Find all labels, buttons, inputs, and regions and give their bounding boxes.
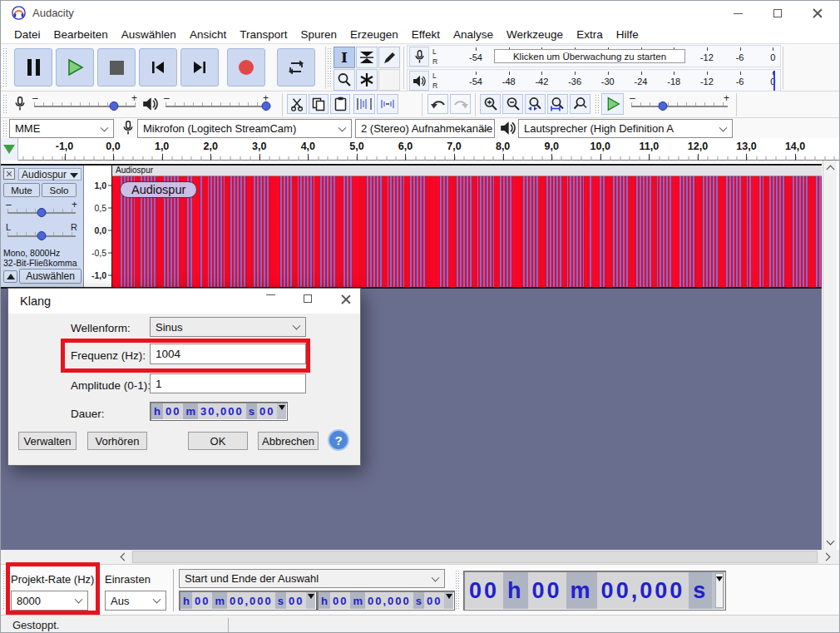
trim-audio-button[interactable]	[353, 94, 375, 114]
playback-volume-slider[interactable]: –+	[164, 94, 269, 114]
playback-device-dropdown[interactable]: Lautsprecher (High Definition A	[518, 119, 733, 138]
scroll-up-icon[interactable]	[827, 166, 835, 174]
horizontal-scroll-thumb[interactable]	[132, 551, 818, 563]
menu-item-bearbeiten[interactable]: Bearbeiten	[47, 28, 115, 41]
time-format-arrow-icon[interactable]	[446, 594, 452, 599]
help-button[interactable]: ?	[328, 429, 349, 451]
time-format-arrow-icon[interactable]	[716, 576, 723, 581]
dialog-minimize-button[interactable]	[254, 289, 286, 314]
waveform-dropdown[interactable]: Sinus	[150, 317, 306, 337]
time-digits[interactable]: 00	[528, 572, 566, 609]
selection-end-time[interactable]: h00m00,000s00	[317, 591, 455, 611]
track-pan-thumb[interactable]	[37, 231, 47, 240]
envelope-tool-button[interactable]	[356, 47, 378, 68]
play-speed-thumb[interactable]	[658, 101, 667, 111]
waveform[interactable]: Audiospur	[112, 176, 822, 287]
dialog-title-bar[interactable]: Klang	[8, 289, 360, 314]
timeline-ruler[interactable]: -1,00,01,02,03,04,05,06,07,08,09,010,011…	[1, 138, 839, 161]
scroll-right-button[interactable]	[819, 550, 833, 564]
track-name-menu[interactable]: Audiospur	[18, 168, 82, 181]
redo-button[interactable]	[450, 94, 471, 114]
time-digits[interactable]: 00	[286, 592, 306, 609]
time-digits[interactable]: 00	[424, 592, 444, 609]
multi-tool-button[interactable]	[356, 69, 378, 91]
vertical-ruler[interactable]: 1,00,50,0-0,5-1,0	[84, 166, 112, 287]
track-select-button[interactable]: Auswählen	[19, 269, 82, 284]
copy-button[interactable]	[309, 94, 329, 114]
undo-button[interactable]	[427, 94, 448, 114]
play-speed-slider[interactable]: –+	[630, 94, 729, 114]
tools-toolbar-grip[interactable]	[327, 47, 332, 87]
time-unit[interactable]: s	[689, 572, 712, 609]
menu-item-auswählen[interactable]: Auswählen	[115, 28, 183, 41]
audio-position-time[interactable]: 00h00m00,000s	[463, 571, 726, 611]
recording-device-dropdown[interactable]: Mikrofon (Logitech StreamCam)	[137, 119, 352, 138]
time-unit[interactable]: s	[413, 592, 424, 609]
menu-item-analyse[interactable]: Analyse	[447, 28, 500, 41]
time-digits[interactable]: 00	[163, 403, 183, 419]
snap-dropdown[interactable]: Aus	[105, 591, 166, 611]
time-digits[interactable]: 00	[257, 403, 277, 419]
horizontal-scrollbar[interactable]	[1, 550, 839, 564]
scroll-down-icon[interactable]	[827, 537, 835, 546]
pause-button[interactable]	[14, 48, 52, 87]
recording-volume-slider[interactable]: –+	[32, 94, 137, 114]
playback-meter-scale[interactable]: -54-48-42-36-30-24-18-12-60	[444, 70, 777, 92]
minimize-button[interactable]	[719, 1, 756, 26]
playback-meter-speaker-button[interactable]	[409, 71, 429, 91]
menu-item-werkzeuge[interactable]: Werkzeuge	[500, 28, 570, 41]
amplitude-input[interactable]	[150, 373, 306, 393]
time-digits[interactable]: 00,000	[597, 572, 689, 609]
time-unit[interactable]: m	[566, 572, 597, 609]
recording-channels-dropdown[interactable]: 2 (Stereo) Aufnahmekanäle	[355, 119, 495, 138]
time-digits[interactable]: 00	[192, 592, 212, 609]
cancel-button[interactable]: Abbrechen	[258, 432, 319, 450]
vertical-scrollbar[interactable]	[823, 161, 837, 550]
track-close-button[interactable]	[3, 168, 15, 180]
scroll-left-button[interactable]	[117, 550, 131, 564]
menu-item-extra[interactable]: Extra	[570, 28, 610, 41]
zoom-to-selection-button[interactable]	[525, 94, 546, 114]
selection-tool-button[interactable]: I	[334, 47, 355, 68]
selection-toolbar-grip[interactable]	[2, 570, 7, 610]
device-toolbar-grip[interactable]	[2, 120, 7, 136]
stop-button[interactable]	[97, 48, 136, 87]
menu-item-spuren[interactable]: Spuren	[294, 28, 343, 41]
cut-button[interactable]	[287, 94, 307, 114]
menu-item-ansicht[interactable]: Ansicht	[183, 28, 233, 41]
waveform-area[interactable]: Audiospur Audiospur	[112, 166, 822, 287]
dialog-close-button[interactable]	[329, 289, 361, 314]
track-gain-slider[interactable]: –+	[6, 200, 77, 220]
time-unit[interactable]: s	[246, 403, 257, 419]
play-button[interactable]	[56, 48, 94, 87]
skip-to-end-button[interactable]	[180, 48, 219, 87]
time-format-arrow-icon[interactable]	[279, 405, 285, 410]
time-unit[interactable]: s	[275, 592, 286, 609]
project-rate-dropdown[interactable]: 8000	[11, 591, 88, 611]
time-unit[interactable]: m	[212, 592, 227, 609]
selection-start-time[interactable]: h00m00,000s00	[179, 591, 317, 611]
manage-button[interactable]: Verwalten	[18, 432, 77, 450]
time-unit[interactable]: h	[151, 403, 163, 419]
recording-volume-thumb[interactable]	[110, 101, 119, 111]
transport-toolbar-grip[interactable]	[2, 47, 7, 87]
time-unit[interactable]: h	[319, 592, 330, 609]
menu-item-effekt[interactable]: Effekt	[405, 28, 447, 41]
menu-item-erzeugen[interactable]: Erzeugen	[343, 28, 405, 41]
time-unit[interactable]: h	[503, 572, 528, 609]
menu-item-datei[interactable]: Datei	[7, 28, 47, 41]
record-button[interactable]	[227, 48, 265, 87]
recording-meter[interactable]: LR -54-48-12-60 Klicken um Überwachung z…	[407, 45, 781, 67]
time-digits[interactable]: 00,000	[227, 592, 275, 609]
close-button[interactable]	[799, 1, 836, 26]
time-digits[interactable]: 30,000	[198, 403, 246, 419]
preview-button[interactable]: Vorhören	[87, 432, 147, 450]
mixer-toolbar-grip[interactable]	[2, 94, 7, 115]
mute-button[interactable]: Mute	[3, 183, 40, 197]
time-unit[interactable]: h	[180, 592, 192, 609]
time-digits[interactable]: 00	[465, 572, 503, 609]
time-unit[interactable]: m	[183, 403, 198, 419]
time-unit[interactable]: m	[350, 592, 365, 609]
loop-button[interactable]	[277, 48, 315, 87]
fit-project-button[interactable]	[547, 94, 568, 114]
